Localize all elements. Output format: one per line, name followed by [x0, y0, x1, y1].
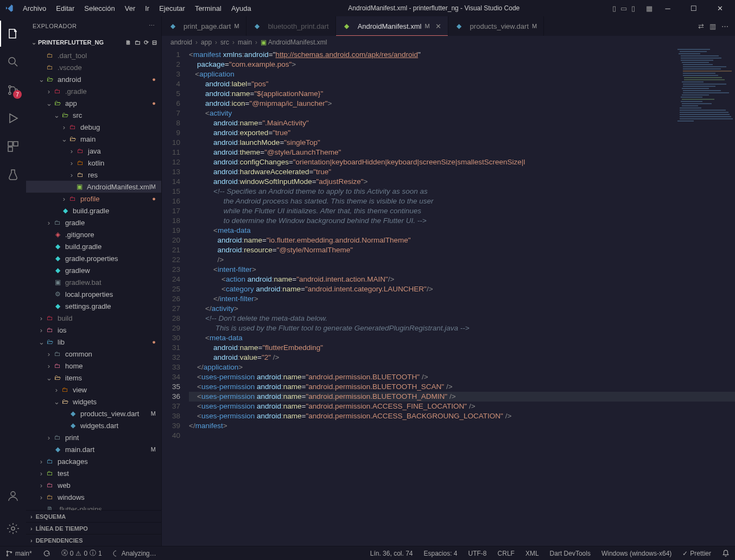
- menu-run[interactable]: Ejecutar: [155, 2, 189, 15]
- tree-item[interactable]: ⌄🗁items: [26, 372, 161, 384]
- settings-activity-icon[interactable]: [0, 516, 26, 542]
- more-actions-icon[interactable]: ⋯: [721, 22, 728, 30]
- status-prettier[interactable]: ✓Prettier: [677, 550, 717, 557]
- explorer-more-icon[interactable]: ⋯: [149, 22, 155, 29]
- tree-item[interactable]: ⌄🗁app●: [26, 97, 161, 109]
- explorer-activity-icon[interactable]: [0, 21, 26, 47]
- tree-item[interactable]: ⌄🗁lib●: [26, 336, 161, 348]
- breadcrumb-item[interactable]: main: [238, 39, 252, 46]
- tree-item[interactable]: ◈.gitignore: [26, 228, 161, 240]
- tree-item[interactable]: ⌄🗁main: [26, 133, 161, 145]
- tree-item[interactable]: ›🗀windows: [26, 491, 161, 503]
- layout-sidebar-right-icon[interactable]: ▯: [631, 4, 635, 12]
- tree-item[interactable]: ◆products_view.dartM: [26, 408, 161, 419]
- status-notifications-icon[interactable]: [717, 550, 735, 557]
- tree-item[interactable]: ⌄🗁widgets: [26, 396, 161, 408]
- layout-panel-icon[interactable]: ▭: [620, 4, 627, 12]
- outline-panel[interactable]: ›ESQUEMA: [26, 510, 161, 522]
- tree-item[interactable]: ◆main.dartM: [26, 443, 161, 455]
- status-target[interactable]: Windows (windows-x64): [596, 550, 677, 557]
- status-encoding[interactable]: UTF-8: [463, 550, 492, 557]
- project-header[interactable]: ⌄ PRINTERFLUTTER_NG 🗎 🗀 ⟳ ⊟: [26, 35, 161, 49]
- breadcrumb-item[interactable]: android: [170, 39, 192, 46]
- file-tree[interactable]: 🗀.dart_tool🗀.vscode⌄🗁android●›🗀.gradle⌄🗁…: [26, 49, 161, 510]
- status-analyzing[interactable]: Analyzing…: [107, 550, 162, 557]
- tree-item[interactable]: ⌄🗁android●: [26, 73, 161, 85]
- tree-item[interactable]: ◆gradle.properties: [26, 252, 161, 264]
- breadcrumb[interactable]: android›app›src›main›▣ AndroidManifest.x…: [162, 36, 735, 49]
- tree-item[interactable]: ›🗀home: [26, 360, 161, 372]
- refresh-icon[interactable]: ⟳: [144, 39, 149, 46]
- tree-item[interactable]: ▣gradlew.bat: [26, 276, 161, 288]
- tree-item[interactable]: ◆build.gradle: [26, 240, 161, 252]
- editor-tab[interactable]: ◆products_view.dartM: [448, 16, 544, 36]
- tree-item[interactable]: 🗀.dart_tool: [26, 49, 161, 61]
- status-lang[interactable]: XML: [520, 550, 544, 557]
- tree-item[interactable]: ›🗀view: [26, 384, 161, 396]
- close-window-button[interactable]: ✕: [709, 0, 731, 16]
- code-content[interactable]: <manifest xmlns:android="http://schemas.…: [189, 49, 735, 546]
- tree-item[interactable]: ›🗀packages: [26, 455, 161, 467]
- tree-item[interactable]: ›🗀print: [26, 431, 161, 443]
- menu-edit[interactable]: Editar: [52, 2, 79, 15]
- breadcrumb-item[interactable]: src: [220, 39, 229, 46]
- search-activity-icon[interactable]: [0, 49, 26, 75]
- tree-item[interactable]: ◆build.gradle: [26, 205, 161, 217]
- tree-item[interactable]: ›🗀.gradle: [26, 85, 161, 97]
- tree-item[interactable]: ›🗀common: [26, 348, 161, 360]
- split-editor-icon[interactable]: ▥: [709, 22, 716, 30]
- editor-tab[interactable]: ◆bluetooth_print.dart: [246, 16, 336, 36]
- status-eol[interactable]: CRLF: [492, 550, 520, 557]
- menu-help[interactable]: Ayuda: [227, 2, 256, 15]
- tree-item[interactable]: 🗀.vscode: [26, 61, 161, 73]
- menu-view[interactable]: Ver: [121, 2, 140, 15]
- tree-item[interactable]: ◆widgets.dart: [26, 419, 161, 431]
- status-linecol[interactable]: Lín. 36, col. 74: [365, 550, 419, 557]
- tree-item[interactable]: ◆settings.gradle: [26, 300, 161, 312]
- tree-item[interactable]: ›🗀debug: [26, 121, 161, 133]
- breadcrumb-item[interactable]: app: [201, 39, 212, 46]
- extensions-activity-icon[interactable]: [0, 133, 26, 160]
- tree-item[interactable]: ›🗀profile●: [26, 193, 161, 205]
- compare-changes-icon[interactable]: ⇄: [698, 22, 704, 30]
- menu-terminal[interactable]: Terminal: [191, 2, 226, 15]
- status-problems[interactable]: ⓧ0 ⚠0 ⓘ1: [56, 549, 107, 558]
- minimize-button[interactable]: ─: [657, 0, 679, 16]
- status-sync[interactable]: [37, 550, 56, 557]
- editor-tab[interactable]: ◆AndroidManifest.xmlM✕: [336, 16, 448, 36]
- account-activity-icon[interactable]: [0, 483, 26, 509]
- tree-item[interactable]: ›🗀java: [26, 145, 161, 157]
- customize-layout-icon[interactable]: ▦: [646, 4, 652, 12]
- tree-item[interactable]: ⚙local.properties: [26, 288, 161, 300]
- scm-activity-icon[interactable]: 7: [0, 77, 26, 103]
- close-tab-icon[interactable]: ✕: [435, 22, 441, 30]
- breadcrumb-item[interactable]: ▣ AndroidManifest.xml: [261, 39, 327, 46]
- menu-go[interactable]: Ir: [141, 2, 154, 15]
- layout-sidebar-left-icon[interactable]: ▯: [612, 4, 616, 12]
- tree-item[interactable]: ›🗀res: [26, 169, 161, 181]
- menu-selection[interactable]: Selección: [80, 2, 119, 15]
- new-file-icon[interactable]: 🗎: [125, 39, 131, 46]
- status-spaces[interactable]: Espacios: 4: [419, 550, 463, 557]
- status-branch[interactable]: main*: [0, 550, 37, 557]
- dependencies-panel[interactable]: ›DEPENDENCIES: [26, 534, 161, 546]
- maximize-button[interactable]: ☐: [683, 0, 705, 16]
- tree-item[interactable]: ›🗀test: [26, 467, 161, 479]
- collapse-all-icon[interactable]: ⊟: [152, 39, 157, 46]
- tree-item[interactable]: ◆gradlew: [26, 264, 161, 276]
- tree-item[interactable]: ›🗀gradle: [26, 217, 161, 228]
- tree-item[interactable]: ▣AndroidManifest.xmlM: [26, 181, 161, 193]
- tree-item[interactable]: ›🗀build: [26, 312, 161, 324]
- editor-tab[interactable]: ◆print_page.dartM: [162, 16, 246, 36]
- run-debug-activity-icon[interactable]: [0, 105, 26, 131]
- tree-item[interactable]: 🗎.flutter-plugins: [26, 503, 161, 510]
- menu-file[interactable]: Archivo: [18, 2, 50, 15]
- new-folder-icon[interactable]: 🗀: [135, 39, 141, 46]
- status-devtools[interactable]: Dart DevTools: [544, 550, 596, 557]
- timeline-panel[interactable]: ›LÍNEA DE TIEMPO: [26, 522, 161, 534]
- testing-activity-icon[interactable]: [0, 162, 26, 188]
- tree-item[interactable]: ›🗀web: [26, 479, 161, 491]
- tree-item[interactable]: ›🗀ios: [26, 324, 161, 336]
- tree-item[interactable]: ⌄🗁src: [26, 109, 161, 121]
- tree-item[interactable]: ›🗀kotlin: [26, 157, 161, 169]
